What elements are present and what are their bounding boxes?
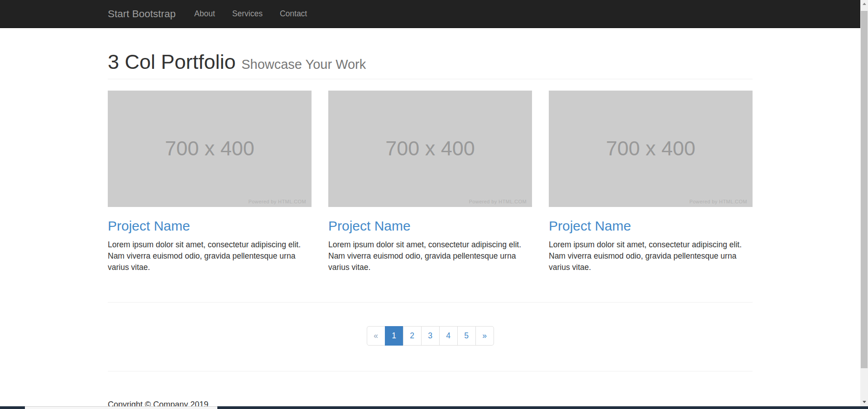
page-title-text: 3 Col Portfolio [108, 50, 236, 73]
nav-link-services[interactable]: Services [224, 0, 271, 28]
page-title: 3 Col Portfolio Showcase Your Work [108, 51, 753, 73]
nav-link-contact[interactable]: Contact [271, 0, 316, 28]
project-title-link[interactable]: Project Name [108, 218, 312, 234]
scroll-down-icon [863, 401, 866, 403]
divider-above-pagination [108, 302, 753, 303]
scroll-down-button[interactable] [860, 398, 868, 406]
pagination-next[interactable]: » [475, 326, 494, 346]
description-line: varius vitae. [549, 262, 753, 273]
browser-viewport: Start Bootstrap About Services Contact 3… [0, 0, 860, 409]
project-description: Lorem ipsum dolor sit amet, consectetur … [328, 239, 532, 273]
pagination-wrapper: « 1 2 3 4 5 » [108, 326, 753, 346]
nav-link-about[interactable]: About [186, 0, 224, 28]
project-image-placeholder[interactable]: 700 x 400 Powered by HTML.COM [549, 91, 753, 207]
divider-above-footer [108, 371, 753, 371]
description-line: Nam viverra euismod odio, gravida pellen… [108, 250, 312, 262]
project-image-placeholder[interactable]: 700 x 400 Powered by HTML.COM [328, 91, 532, 207]
pagination: « 1 2 3 4 5 » [367, 326, 494, 346]
project-title-link[interactable]: Project Name [549, 218, 753, 234]
placeholder-dimensions-label: 700 x 400 [385, 137, 475, 160]
project-description: Lorem ipsum dolor sit amet, consectetur … [549, 239, 753, 273]
watermark-label: Powered by HTML.COM [690, 199, 747, 204]
placeholder-dimensions-label: 700 x 400 [606, 137, 695, 160]
description-line: Nam viverra euismod odio, gravida pellen… [328, 250, 532, 262]
portfolio-card-3: 700 x 400 Powered by HTML.COM Project Na… [549, 91, 753, 273]
pagination-prev[interactable]: « [367, 326, 385, 346]
watermark-label: Powered by HTML.COM [469, 199, 527, 204]
vertical-scrollbar[interactable] [860, 0, 868, 409]
watermark-label: Powered by HTML.COM [249, 199, 306, 204]
placeholder-dimensions-label: 700 x 400 [165, 137, 254, 160]
horizontal-scrollbar[interactable] [0, 406, 868, 409]
page-header: 3 Col Portfolio Showcase Your Work [108, 51, 753, 79]
description-line: varius vitae. [328, 262, 532, 273]
description-line: Lorem ipsum dolor sit amet, consectetur … [549, 239, 753, 250]
pagination-page-5[interactable]: 5 [457, 326, 476, 346]
navbar-links: About Services Contact [186, 0, 316, 28]
horizontal-scrollbar-thumb[interactable] [217, 406, 868, 409]
pagination-page-4[interactable]: 4 [439, 326, 458, 346]
navbar-container: Start Bootstrap About Services Contact [99, 0, 761, 28]
main-container: 3 Col Portfolio Showcase Your Work 700 x… [99, 51, 761, 409]
project-image-placeholder[interactable]: 700 x 400 Powered by HTML.COM [108, 91, 312, 207]
pagination-page-3[interactable]: 3 [421, 326, 440, 346]
scroll-up-button[interactable] [860, 0, 868, 8]
nav-item-services: Services [224, 0, 271, 28]
project-description: Lorem ipsum dolor sit amet, consectetur … [108, 239, 312, 273]
navbar: Start Bootstrap About Services Contact [0, 0, 860, 28]
vertical-scrollbar-thumb[interactable] [861, 11, 868, 368]
scroll-up-icon [863, 3, 866, 5]
horizontal-scrollbar-left-segment[interactable] [0, 406, 25, 409]
nav-item-contact: Contact [271, 0, 316, 28]
project-title-link[interactable]: Project Name [328, 218, 532, 234]
portfolio-card-2: 700 x 400 Powered by HTML.COM Project Na… [328, 91, 532, 273]
portfolio-row: 700 x 400 Powered by HTML.COM Project Na… [108, 91, 753, 273]
description-line: Lorem ipsum dolor sit amet, consectetur … [108, 239, 312, 250]
description-line: varius vitae. [108, 262, 312, 273]
nav-item-about: About [186, 0, 224, 28]
pagination-page-1[interactable]: 1 [385, 326, 403, 346]
description-line: Nam viverra euismod odio, gravida pellen… [549, 250, 753, 262]
portfolio-card-1: 700 x 400 Powered by HTML.COM Project Na… [108, 91, 312, 273]
pagination-page-2[interactable]: 2 [403, 326, 422, 346]
navbar-brand[interactable]: Start Bootstrap [108, 8, 176, 20]
page-subtitle: Showcase Your Work [241, 57, 366, 72]
description-line: Lorem ipsum dolor sit amet, consectetur … [328, 239, 532, 250]
